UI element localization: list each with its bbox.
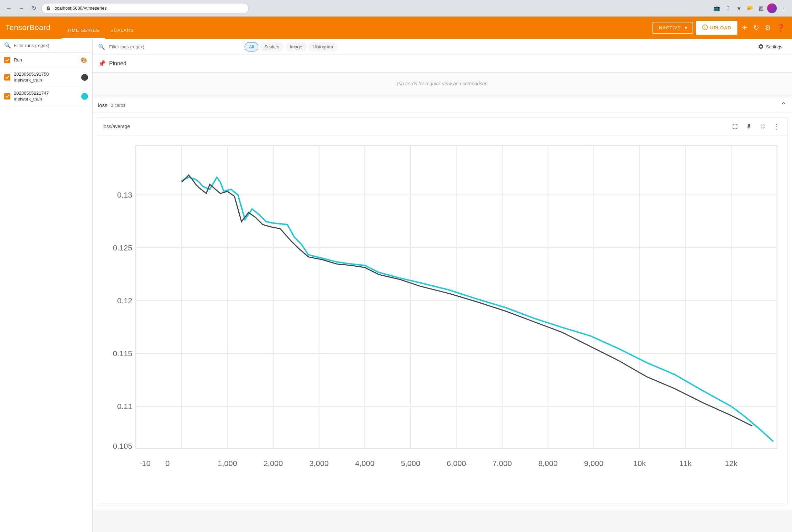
- chip-image[interactable]: Image: [285, 42, 307, 51]
- run-checkbox-all[interactable]: [4, 57, 10, 63]
- chip-scalars[interactable]: Scalars: [260, 42, 284, 51]
- loss-section-header[interactable]: loss 3 cards ⌃: [93, 97, 792, 113]
- y-label-5: 0.105: [113, 442, 132, 450]
- back-button[interactable]: ←: [4, 3, 14, 13]
- filter-bar: 🔍 All Scalars Image Histogram Settings: [93, 39, 792, 55]
- nav-time-series[interactable]: TIME SERIES: [61, 28, 105, 39]
- run-checkbox-2[interactable]: [4, 93, 10, 99]
- menu-icon[interactable]: ⋮: [778, 3, 788, 13]
- extensions-icon[interactable]: 🤛: [745, 3, 755, 13]
- settings-button[interactable]: Settings: [754, 41, 786, 52]
- checkmark-icon: [5, 58, 9, 62]
- nav-scalars[interactable]: SCALARS: [105, 28, 140, 39]
- loss-chart: 0.13 0.125 0.12 0.115 0.11 0.105 0 1,000…: [97, 139, 788, 505]
- loss-title: loss: [98, 102, 107, 108]
- x-label-6: 6,000: [447, 459, 466, 468]
- chart-card-loss-average: loss/average ⋮: [97, 117, 788, 505]
- cast-icon[interactable]: 📺: [712, 3, 722, 13]
- more-options-button[interactable]: ⋮: [771, 121, 782, 132]
- x-label-neg: -10: [140, 459, 151, 468]
- upload-button[interactable]: ⓘ UPLOAD: [696, 21, 737, 35]
- checkmark-icon-1: [5, 75, 9, 79]
- expand-icon: [760, 123, 766, 130]
- fit-icon: [732, 123, 738, 130]
- palette-icon[interactable]: 🎨: [80, 56, 88, 64]
- run-color-2[interactable]: [81, 93, 88, 100]
- content-area: 🔍 All Scalars Image Histogram Settings 📌…: [93, 39, 792, 532]
- run-item-all: Run 🎨: [0, 53, 92, 68]
- x-label-2: 2,000: [264, 459, 283, 468]
- run-label-2: 20230505221747\network_train: [14, 91, 78, 102]
- run-checkbox-1[interactable]: [4, 74, 10, 80]
- tensorboard-logo: TensorBoard: [6, 23, 50, 32]
- theme-icon[interactable]: ☀: [740, 22, 749, 33]
- run-filter-row: 🔍: [0, 39, 92, 53]
- address-bar[interactable]: localhost:6006/#timeseries: [41, 3, 249, 13]
- checkmark-icon-2: [5, 94, 9, 98]
- bookmark-icon[interactable]: ★: [734, 3, 744, 13]
- tag-filter-input[interactable]: [109, 44, 240, 49]
- x-label-7: 7,000: [493, 459, 512, 468]
- x-label-8: 8,000: [538, 459, 557, 468]
- y-label-3: 0.115: [113, 349, 132, 358]
- main-layout: 🔍 Run 🎨 20230505191750\network_train 202…: [0, 39, 792, 532]
- run-item-1: 20230505191750\network_train: [0, 68, 92, 87]
- header-right: INACTIVE ▼ ⓘ UPLOAD ☀ ↻ ⚙ ❓: [652, 21, 786, 35]
- filter-chips: All Scalars Image Histogram: [245, 42, 337, 51]
- y-label-1: 0.125: [113, 244, 132, 252]
- upload-circle-icon: ⓘ: [702, 24, 708, 31]
- loss-section: loss 3 cards ⌃ loss/average: [93, 97, 792, 512]
- x-label-3: 3,000: [309, 459, 328, 468]
- pinned-section: 📌 Pinned Pin cards for a quick view and …: [93, 55, 792, 97]
- upload-label: UPLOAD: [710, 25, 731, 30]
- run-filter-input[interactable]: [14, 43, 88, 48]
- content-scroll[interactable]: 📌 Pinned Pin cards for a quick view and …: [93, 55, 792, 532]
- help-icon[interactable]: ❓: [775, 22, 786, 33]
- x-label-9: 9,000: [584, 459, 603, 468]
- y-label-2: 0.12: [117, 296, 132, 305]
- more-icon: ⋮: [773, 122, 780, 131]
- pin-chart-icon: [746, 123, 752, 130]
- browser-toolbar: 📺 ⤴ ★ 🤛 ▨ ⋮: [712, 3, 788, 13]
- chart-card-header: loss/average ⋮: [97, 117, 788, 136]
- status-dropdown[interactable]: INACTIVE ▼: [652, 22, 693, 34]
- chart-action-buttons: ⋮: [729, 121, 782, 132]
- run-label-all: Run: [14, 57, 76, 63]
- x-label-0: 0: [165, 459, 170, 468]
- settings-label: Settings: [766, 44, 782, 49]
- main-nav: TIME SERIES SCALARS: [61, 17, 139, 39]
- x-label-4: 4,000: [355, 459, 374, 468]
- x-label-1: 1,000: [218, 459, 237, 468]
- chip-all[interactable]: All: [245, 42, 258, 51]
- search-icon: 🔍: [4, 42, 11, 49]
- settings-gear-icon: [758, 44, 764, 50]
- browser-chrome: ← → ↻ localhost:6006/#timeseries 📺 ⤴ ★ 🤛…: [0, 0, 792, 17]
- x-label-11: 11k: [679, 459, 692, 468]
- browser-layout-icon[interactable]: ▨: [756, 3, 766, 13]
- pin-chart-button[interactable]: [743, 121, 754, 132]
- chart-container: 0.13 0.125 0.12 0.115 0.11 0.105 0 1,000…: [97, 136, 788, 505]
- collapse-icon[interactable]: ⌃: [781, 101, 786, 109]
- pinned-title: Pinned: [109, 60, 126, 67]
- reload-button[interactable]: ↻: [29, 3, 39, 13]
- fit-to-screen-button[interactable]: [729, 121, 741, 132]
- tensorboard-header: TensorBoard TIME SERIES SCALARS INACTIVE…: [0, 17, 792, 39]
- run-item-2: 20230505221747\network_train: [0, 87, 92, 106]
- pinned-empty-message: Pin cards for a quick view and compariso…: [93, 73, 792, 95]
- y-label-0: 0.13: [117, 191, 132, 199]
- run-label-1: 20230505191750\network_train: [14, 72, 78, 83]
- chevron-down-icon: ▼: [684, 25, 688, 30]
- sidebar: 🔍 Run 🎨 20230505191750\network_train 202…: [0, 39, 93, 532]
- chip-histogram[interactable]: Histogram: [308, 42, 337, 51]
- settings-icon[interactable]: ⚙: [763, 22, 772, 33]
- profile-avatar[interactable]: [767, 3, 777, 13]
- refresh-icon[interactable]: ↻: [752, 22, 761, 33]
- chart-title: loss/average: [103, 124, 130, 129]
- run-color-1[interactable]: [81, 74, 88, 81]
- share-icon[interactable]: ⤴: [723, 3, 733, 13]
- forward-button[interactable]: →: [17, 3, 26, 13]
- y-label-4: 0.11: [117, 402, 132, 411]
- pin-icon: 📌: [98, 60, 106, 67]
- expand-chart-button[interactable]: [757, 121, 768, 132]
- url-text: localhost:6006/#timeseries: [54, 6, 107, 11]
